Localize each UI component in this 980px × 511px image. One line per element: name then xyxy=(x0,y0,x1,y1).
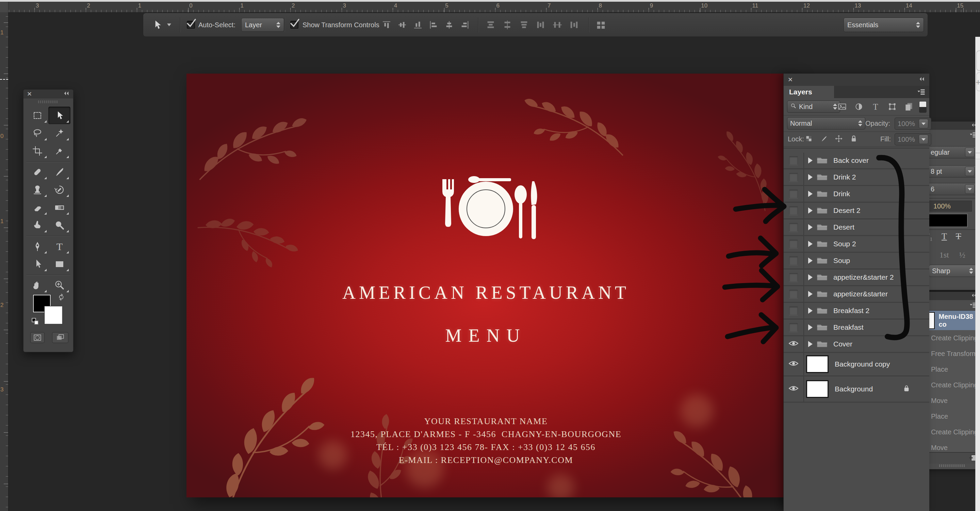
lock-transparent-icon[interactable] xyxy=(805,134,814,144)
crop-tool[interactable] xyxy=(26,142,48,160)
eyedropper-tool[interactable] xyxy=(48,142,70,160)
screen-mode-button[interactable] xyxy=(52,332,68,343)
filter-adjustment-icon[interactable] xyxy=(854,102,864,112)
font-style-dropdown[interactable]: egular xyxy=(928,146,978,158)
distribute-horizontal-centers-icon[interactable] xyxy=(551,18,564,31)
disclosure-triangle-icon[interactable] xyxy=(808,341,813,347)
underline-icon[interactable]: T xyxy=(942,231,947,241)
layer-row[interactable]: Drink 2 xyxy=(784,169,929,186)
layer-row[interactable]: Cover xyxy=(784,336,929,353)
ordinals-icon[interactable]: 1st xyxy=(940,251,949,260)
layer-name[interactable]: Breakfast 2 xyxy=(833,307,869,315)
disclosure-triangle-icon[interactable] xyxy=(808,191,813,197)
pen-tool[interactable] xyxy=(26,238,48,255)
visibility-toggle[interactable] xyxy=(784,353,804,375)
layer-name[interactable]: appetizer&starter xyxy=(833,290,888,298)
tool-preset-chevron-icon[interactable] xyxy=(166,18,172,31)
eraser-tool[interactable] xyxy=(26,199,48,216)
layer-name[interactable]: Soup 2 xyxy=(833,240,856,248)
visibility-toggle[interactable] xyxy=(784,153,804,168)
close-icon[interactable]: ✕ xyxy=(27,90,32,98)
distribute-right-edges-icon[interactable] xyxy=(568,18,581,31)
align-left-edges-icon[interactable] xyxy=(427,18,440,31)
history-state[interactable]: Create Clipping xyxy=(924,330,980,347)
panel-menu-icon[interactable] xyxy=(917,88,925,97)
lock-position-icon[interactable] xyxy=(835,134,843,144)
lock-paint-icon[interactable] xyxy=(820,134,829,144)
vertical-ruler[interactable]: 10123 xyxy=(0,12,8,511)
type-tool[interactable]: T xyxy=(48,238,70,255)
move-tool-icon[interactable] xyxy=(151,18,164,31)
visibility-toggle[interactable] xyxy=(784,186,804,202)
ruler-corner[interactable] xyxy=(0,2,8,13)
align-bottom-edges-icon[interactable] xyxy=(411,18,424,31)
filter-pixel-icon[interactable] xyxy=(837,102,848,112)
layer-name[interactable]: Background copy xyxy=(835,360,890,368)
type-style-icons[interactable]: T₁ T T xyxy=(924,231,961,241)
strikethrough-icon[interactable]: T xyxy=(956,231,961,241)
layer-row[interactable]: Desert xyxy=(784,219,929,236)
layer-name[interactable]: Desert xyxy=(833,223,854,231)
visibility-toggle[interactable] xyxy=(784,270,804,285)
layer-row[interactable]: Back cover xyxy=(784,153,929,169)
layer-row[interactable]: Soup xyxy=(784,253,929,270)
visibility-toggle[interactable] xyxy=(784,319,804,335)
history-state[interactable]: Create Clipping xyxy=(924,424,980,441)
distribute-left-edges-icon[interactable] xyxy=(534,18,547,31)
vertical-scale-field[interactable]: 100% xyxy=(928,201,972,212)
layer-row[interactable]: Breakfast xyxy=(784,319,929,336)
visibility-toggle[interactable] xyxy=(784,286,804,302)
brush-tool[interactable] xyxy=(48,163,70,181)
path-selection-tool[interactable] xyxy=(26,255,48,273)
rectangle-shape-tool[interactable] xyxy=(48,255,70,273)
text-color-swatch[interactable] xyxy=(928,214,968,227)
opacity-dropdown[interactable]: 100% xyxy=(894,118,931,130)
move-tool[interactable] xyxy=(48,107,70,125)
hand-tool[interactable] xyxy=(26,276,48,294)
clone-stamp-tool[interactable] xyxy=(26,181,48,199)
disclosure-triangle-icon[interactable] xyxy=(808,224,813,230)
filter-smart-object-icon[interactable] xyxy=(904,102,914,112)
align-top-edges-icon[interactable] xyxy=(380,18,393,31)
layer-row[interactable]: Background copy xyxy=(784,353,929,377)
history-state[interactable]: Free Transform xyxy=(924,346,980,363)
spot-healing-tool[interactable] xyxy=(26,163,48,181)
default-colors-icon[interactable] xyxy=(31,317,40,327)
layer-name[interactable]: Drink 2 xyxy=(833,173,856,181)
gradient-tool[interactable] xyxy=(48,199,70,216)
collapse-panel-icon[interactable] xyxy=(63,90,70,98)
smudge-tool[interactable] xyxy=(26,216,48,234)
history-brush-tool[interactable] xyxy=(48,181,70,199)
dodge-tool[interactable] xyxy=(48,216,70,234)
lock-all-icon[interactable] xyxy=(850,134,859,144)
visibility-toggle[interactable] xyxy=(784,253,804,268)
layer-row[interactable]: Soup 2 xyxy=(784,236,929,253)
history-state[interactable]: Create Clipping xyxy=(924,377,980,394)
panel-drag-handle[interactable] xyxy=(939,464,966,467)
align-horizontal-centers-icon[interactable] xyxy=(443,18,456,31)
visibility-toggle[interactable] xyxy=(784,203,804,218)
toolbox-drag-handle[interactable] xyxy=(38,101,59,103)
align-right-edges-icon[interactable] xyxy=(458,18,471,31)
layer-name[interactable]: Back cover xyxy=(833,156,869,164)
visibility-toggle[interactable] xyxy=(784,219,804,235)
visibility-toggle[interactable] xyxy=(784,377,804,402)
visibility-toggle[interactable] xyxy=(784,336,804,352)
leading-dropdown[interactable]: 6 xyxy=(928,183,978,195)
layer-row[interactable]: Breakfast 2 xyxy=(784,303,929,319)
layer-thumbnail[interactable] xyxy=(806,380,829,398)
filter-kind-dropdown[interactable]: Kind xyxy=(787,101,840,113)
background-color-swatch[interactable] xyxy=(45,306,62,324)
quick-selection-tool[interactable] xyxy=(48,125,70,142)
font-size-dropdown[interactable]: 8 pt xyxy=(928,165,978,177)
filter-shape-icon[interactable] xyxy=(888,102,898,112)
quick-mask-button[interactable] xyxy=(30,332,45,343)
workspace-switcher[interactable]: Essentials xyxy=(843,18,924,32)
visibility-toggle[interactable] xyxy=(784,236,804,252)
distribute-bottom-edges-icon[interactable] xyxy=(517,18,530,31)
layer-thumbnail[interactable] xyxy=(806,355,829,373)
history-state[interactable]: Move xyxy=(924,393,980,410)
document-canvas[interactable]: AMERICAN RESTAURANT MENU YOUR RESTAURANT… xyxy=(186,73,793,497)
anti-alias-dropdown[interactable]: Sharp xyxy=(929,265,976,277)
layer-name[interactable]: Background xyxy=(835,385,873,393)
